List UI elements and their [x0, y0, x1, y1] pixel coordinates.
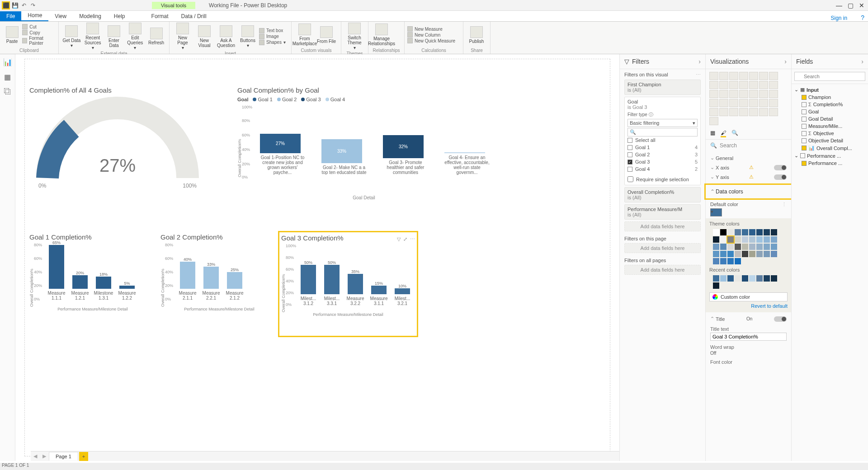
theme-color-swatch[interactable] — [713, 258, 719, 264]
tab-datadrill[interactable]: Data / Drill — [175, 11, 213, 21]
format-tab-icon[interactable]: 🖌 — [721, 130, 726, 137]
filter-card-overall[interactable]: Overall Completion%is (All) — [624, 187, 701, 202]
field-item[interactable]: ΣCompletion% — [794, 101, 865, 108]
viz-type-icon[interactable] — [729, 81, 738, 89]
recent-color-swatch[interactable] — [713, 275, 719, 282]
theme-color-swatch[interactable] — [735, 229, 741, 235]
viz-type-icon[interactable] — [749, 72, 758, 80]
tab-help[interactable]: Help — [108, 11, 132, 21]
recent-color-swatch[interactable] — [742, 275, 748, 282]
redo-icon[interactable]: ↷ — [29, 1, 37, 9]
theme-color-swatch[interactable] — [771, 229, 777, 235]
viz-type-icon[interactable] — [759, 72, 768, 80]
recent-color-swatch[interactable] — [735, 275, 741, 282]
format-painter-button[interactable]: Format Painter — [22, 36, 56, 46]
field-item[interactable]: Goal — [794, 108, 865, 115]
prev-page-icon[interactable]: ◀ — [31, 453, 40, 459]
viz-search[interactable]: Search — [720, 142, 737, 149]
shapes-button[interactable]: Shapes▾ — [259, 40, 286, 45]
format-xaxis[interactable]: ⌄X axis⚠ — [710, 163, 787, 172]
recent-color-swatch[interactable] — [771, 275, 777, 282]
filter-option-checkbox[interactable] — [627, 138, 632, 143]
goal1-chart[interactable]: Goal 1 Completion% Overall Completion% 0… — [29, 233, 156, 311]
fields-tab-icon[interactable]: ▦ — [710, 130, 715, 137]
viz-type-icon[interactable] — [739, 99, 748, 107]
new-visual-button[interactable]: New Visual — [194, 25, 215, 48]
undo-icon[interactable]: ↶ — [20, 1, 28, 9]
recent-color-swatch[interactable] — [727, 275, 734, 282]
recent-color-swatch[interactable] — [749, 275, 755, 282]
buttons-button[interactable]: Buttons▾ — [237, 25, 258, 48]
focus-icon[interactable]: ⤢ — [403, 236, 407, 242]
viz-gallery[interactable] — [706, 69, 791, 128]
theme-color-swatch[interactable] — [756, 229, 763, 235]
filter-option-checkbox[interactable] — [627, 145, 632, 150]
save-icon[interactable]: 💾 — [11, 1, 19, 9]
theme-color-swatch[interactable] — [771, 251, 777, 257]
switch-theme-button[interactable]: Switch Theme▾ — [344, 23, 365, 50]
viz-type-icon[interactable] — [709, 90, 718, 98]
viz-type-icon[interactable] — [769, 99, 778, 107]
theme-color-swatch[interactable] — [727, 229, 734, 235]
filter-option-checkbox[interactable]: ✓ — [627, 160, 632, 164]
theme-color-swatch[interactable] — [720, 229, 726, 235]
theme-color-swatch[interactable] — [742, 244, 748, 250]
theme-color-swatch[interactable] — [756, 236, 763, 243]
field-item[interactable]: Champion — [794, 94, 865, 101]
theme-color-swatch[interactable] — [771, 236, 777, 243]
filter-icon[interactable]: ▽ — [397, 236, 401, 242]
next-page-icon[interactable]: ▶ — [40, 453, 49, 459]
viz-type-icon[interactable] — [719, 108, 728, 116]
minimize-icon[interactable]: ― — [836, 2, 842, 9]
theme-color-swatch[interactable] — [735, 244, 741, 250]
filter-option-checkbox[interactable] — [627, 167, 632, 172]
theme-color-swatch[interactable] — [720, 251, 726, 257]
report-canvas[interactable]: Completion% of All 4 Goals 0% 100% 27% G… — [24, 59, 610, 456]
viz-type-icon[interactable] — [769, 90, 778, 98]
add-page-button[interactable]: + — [79, 452, 88, 461]
viz-type-icon[interactable] — [759, 99, 768, 107]
format-title[interactable]: ⌃TitleOn — [710, 314, 787, 324]
ask-question-button[interactable]: Ask A Question — [216, 25, 236, 48]
viz-type-icon[interactable] — [719, 81, 728, 89]
viz-type-icon[interactable] — [709, 72, 718, 80]
field-item[interactable]: ΣObjective — [794, 130, 865, 137]
textbox-button[interactable]: Text box — [259, 28, 286, 33]
theme-color-swatch[interactable] — [749, 236, 755, 243]
theme-color-swatch[interactable] — [735, 258, 741, 264]
manage-relationships-button[interactable]: Manage Relationships — [371, 24, 392, 46]
single-selection-checkbox[interactable] — [627, 176, 633, 182]
tab-view[interactable]: View — [48, 11, 73, 21]
theme-color-swatch[interactable] — [764, 236, 770, 243]
publish-button[interactable]: Publish — [466, 26, 487, 44]
close-icon[interactable]: ✕ — [859, 2, 864, 9]
edit-queries-button[interactable]: Edit Queries▾ — [125, 23, 145, 50]
theme-color-swatch[interactable] — [764, 251, 770, 257]
add-page-filter[interactable]: Add data fields here — [624, 243, 701, 253]
add-visual-filter[interactable]: Add data fields here — [624, 221, 701, 231]
format-yaxis[interactable]: ⌄Y axis⚠ — [710, 172, 787, 182]
theme-color-swatch[interactable] — [771, 244, 777, 250]
viz-type-icon[interactable] — [709, 81, 718, 89]
theme-color-swatch[interactable] — [713, 244, 719, 250]
viz-type-icon[interactable] — [759, 108, 768, 116]
gauge-chart[interactable]: Completion% of All 4 Goals 0% 100% 27% — [29, 86, 228, 222]
field-item[interactable]: Performance ... — [794, 160, 865, 167]
title-text-input[interactable] — [710, 333, 787, 341]
viz-type-icon[interactable] — [759, 90, 768, 98]
filter-card-champion[interactable]: First Champion is (All) — [624, 80, 701, 95]
goal2-chart[interactable]: Goal 2 Completion% Overall Completion% 0… — [160, 233, 278, 311]
tab-modeling[interactable]: Modeling — [73, 11, 108, 21]
theme-color-swatch[interactable] — [764, 229, 770, 235]
viz-type-icon[interactable] — [769, 72, 778, 80]
format-general[interactable]: ⌄General — [710, 153, 787, 163]
theme-color-swatch[interactable] — [727, 251, 734, 257]
from-file-button[interactable]: From File — [316, 26, 337, 44]
recent-color-swatch[interactable] — [764, 275, 770, 282]
theme-color-swatch[interactable] — [749, 229, 755, 235]
filter-type-select[interactable]: Basic filtering▾ — [627, 119, 698, 127]
viz-type-icon[interactable] — [749, 90, 758, 98]
field-item[interactable]: 📊Overall Compl... — [794, 144, 865, 152]
viz-type-icon[interactable] — [739, 81, 748, 89]
theme-color-swatch[interactable] — [727, 236, 734, 243]
